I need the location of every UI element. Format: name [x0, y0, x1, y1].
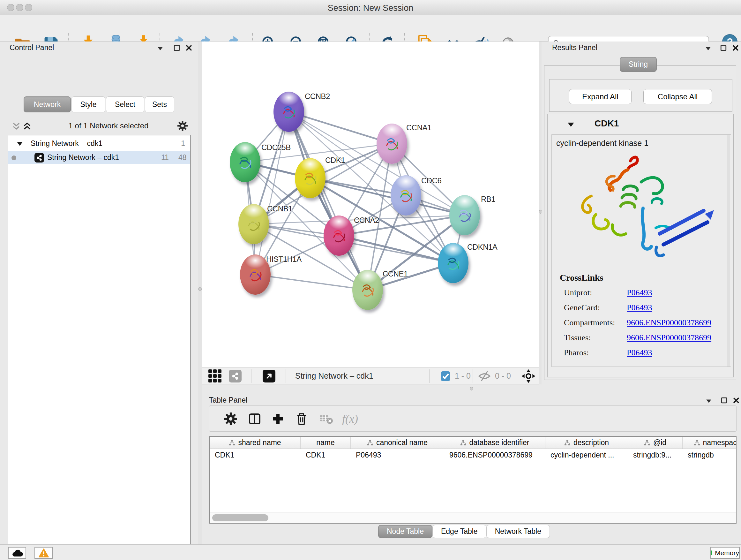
tab-select[interactable]: Select — [106, 97, 144, 112]
column-tree-icon — [694, 440, 700, 446]
network-row-selected[interactable]: String Network – cdk1 11 48 — [8, 151, 190, 164]
tab-network[interactable]: Network — [23, 97, 71, 112]
column-header--id[interactable]: @id — [628, 437, 683, 449]
column-header-shared-name[interactable]: shared name — [210, 437, 300, 449]
column-tree-icon — [367, 440, 374, 446]
columns-icon — [248, 413, 261, 425]
panel-float-icon[interactable] — [721, 397, 727, 403]
tree-expander-icon[interactable] — [17, 141, 23, 146]
crosslink-label: Uniprot: — [564, 288, 592, 298]
results-scrollbar[interactable] — [727, 135, 730, 367]
network-node-CDC25B[interactable] — [230, 142, 260, 182]
column-header-database-identifier[interactable]: database identifier — [444, 437, 545, 449]
column-header-namespace[interactable]: namespace — [683, 437, 737, 449]
network-collection-row[interactable]: String Network – cdk1 1 — [8, 137, 190, 151]
collapse-all-icon[interactable] — [12, 122, 20, 130]
protein-ribbon-icon — [280, 101, 298, 123]
crosslink-link[interactable]: P06493 — [627, 303, 652, 313]
panel-menu-icon[interactable] — [705, 45, 711, 52]
network-node-CCNB1[interactable] — [239, 204, 269, 244]
selected-checkbox-icon[interactable] — [441, 371, 450, 381]
expand-all-button[interactable]: Expand All — [569, 89, 631, 104]
table-settings-button[interactable] — [223, 412, 238, 426]
delete-column-button[interactable] — [294, 412, 309, 426]
gear-icon — [224, 413, 237, 425]
left-splitter-handle[interactable] — [198, 287, 202, 291]
network-node-CDKN1A[interactable] — [438, 243, 468, 283]
column-header-canonical-name[interactable]: canonical name — [351, 437, 444, 449]
table-cell[interactable]: CDK1 — [210, 449, 300, 462]
title-bar: Session: New Session — [0, 0, 741, 15]
birdseye-navigator-icon[interactable] — [521, 369, 536, 383]
expand-collapse-bar: Expand All Collapse All — [549, 79, 732, 112]
column-tree-icon — [564, 440, 570, 446]
delete-table-icon — [320, 414, 333, 424]
panel-close-icon[interactable] — [732, 45, 739, 51]
network-node-CDC6[interactable] — [391, 175, 421, 215]
panel-float-icon[interactable] — [174, 45, 180, 51]
left-splitter[interactable] — [198, 42, 202, 544]
crosslink-link[interactable]: 9606.ENSP00000378699 — [627, 318, 711, 327]
entry-description: cyclin-dependent kinase 1 — [556, 138, 649, 148]
network-view-canvas[interactable]: CCNB2 CCNA1 CDC25B CDK1 CDC6 RB1 — [202, 42, 539, 367]
table-hscrollbar-thumb[interactable] — [212, 514, 268, 521]
cloud-status-button[interactable] — [8, 547, 26, 559]
grid-view-icon[interactable] — [208, 369, 222, 383]
warnings-button[interactable] — [35, 547, 53, 559]
column-header-description[interactable]: description — [545, 437, 628, 449]
table-row[interactable]: CDK1CDK1P064939606.ENSP00000378699cyclin… — [210, 449, 737, 462]
network-selection-summary: 1 of 1 Network selected — [45, 121, 172, 130]
crosslink-row: GeneCard: P06493 — [552, 303, 731, 318]
panel-menu-icon[interactable] — [157, 45, 163, 52]
node-label-CCNA2: CCNA2 — [354, 216, 379, 225]
memory-status-dot — [711, 550, 712, 555]
status-footer: Memory — [0, 544, 741, 560]
table-cell[interactable]: cyclin-dependent ... — [545, 449, 628, 462]
crosslink-label: Compartments: — [564, 318, 615, 327]
fx-icon: f(x) — [342, 412, 358, 426]
network-selection-bar: 1 of 1 Network selected — [0, 118, 198, 133]
crosslink-link[interactable]: P06493 — [627, 288, 652, 298]
table-cell[interactable]: stringdb:9... — [628, 449, 683, 462]
panel-menu-icon[interactable] — [705, 398, 712, 404]
expand-all-icon[interactable] — [23, 122, 31, 130]
selected-node-edge-counts: 1 - 0 — [455, 371, 471, 381]
table-cell[interactable]: stringdb — [683, 449, 737, 462]
crosslink-link[interactable]: P06493 — [627, 348, 652, 358]
table-hscrollbar[interactable] — [210, 512, 736, 523]
network-node-CCNA1[interactable] — [377, 124, 407, 164]
horizontal-splitter-handle[interactable] — [470, 387, 473, 390]
panel-close-icon[interactable] — [733, 397, 739, 403]
network-node-CCNA2[interactable] — [324, 215, 354, 256]
tab-network-table[interactable]: Network Table — [486, 525, 550, 538]
crosslink-link[interactable]: 9606.ENSP00000378699 — [627, 333, 711, 343]
memory-button[interactable]: Memory — [711, 547, 740, 559]
protein-ribbon-icon — [330, 225, 348, 247]
table-cell[interactable]: 9606.ENSP00000378699 — [444, 449, 545, 462]
gear-icon[interactable] — [178, 121, 188, 131]
tab-edge-table[interactable]: Edge Table — [432, 525, 486, 538]
tab-string[interactable]: String — [620, 57, 657, 72]
tab-style[interactable]: Style — [71, 97, 105, 112]
network-node-CCNE1[interactable] — [352, 270, 383, 310]
show-columns-button[interactable] — [247, 412, 262, 426]
table-tabs: Node Table Edge Table Network Table — [378, 525, 550, 538]
node-label-CCNE1: CCNE1 — [383, 269, 408, 278]
panel-float-icon[interactable] — [720, 45, 727, 51]
table-cell[interactable]: P06493 — [351, 449, 444, 462]
delete-table-button-disabled — [319, 412, 334, 426]
tab-sets[interactable]: Sets — [145, 97, 174, 112]
tab-node-table[interactable]: Node Table — [378, 525, 432, 538]
results-panel: Results Panel String Expand All Collapse… — [542, 42, 741, 384]
network-node-CCNB2[interactable] — [273, 91, 304, 132]
table-cell[interactable]: CDK1 — [300, 449, 351, 462]
network-node-RB1[interactable] — [449, 195, 480, 235]
column-header-name[interactable]: name — [300, 437, 351, 449]
add-column-button[interactable] — [271, 412, 285, 426]
open-in-new-window-icon[interactable] — [263, 370, 275, 382]
network-node-CDK1[interactable] — [295, 158, 326, 198]
panel-close-icon[interactable] — [186, 45, 192, 51]
network-share-view-icon[interactable] — [229, 370, 242, 382]
entry-expander-icon[interactable] — [567, 122, 575, 127]
collapse-all-button[interactable]: Collapse All — [643, 89, 712, 104]
